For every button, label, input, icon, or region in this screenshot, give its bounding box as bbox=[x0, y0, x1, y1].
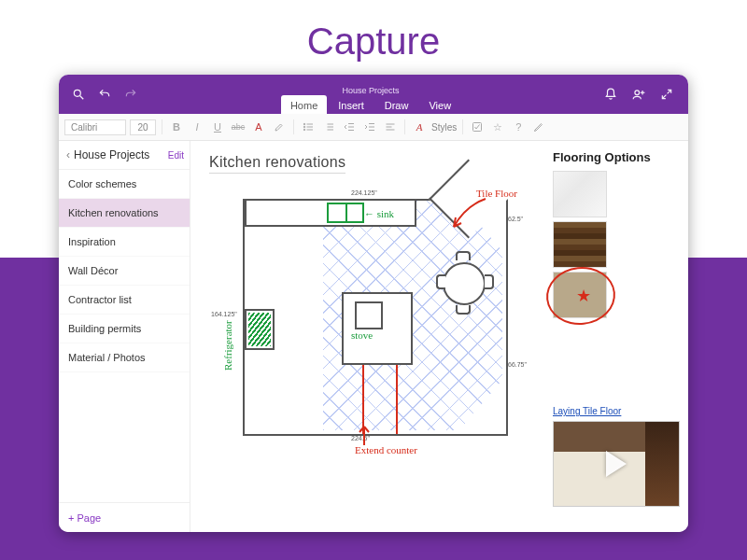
swatch-tan-tile[interactable]: ★ bbox=[553, 272, 607, 318]
align-button[interactable] bbox=[382, 119, 399, 135]
play-icon bbox=[606, 451, 627, 477]
outdent-button[interactable] bbox=[341, 119, 358, 135]
dim-right-upper: 62.5" bbox=[508, 216, 523, 222]
kitchen-island bbox=[342, 292, 413, 365]
undo-icon[interactable] bbox=[94, 84, 115, 105]
swatch-dark-wood[interactable] bbox=[553, 221, 607, 268]
annotation-sink: ← sink bbox=[364, 208, 394, 219]
flooring-heading: Flooring Options bbox=[553, 150, 665, 165]
share-icon[interactable] bbox=[628, 84, 649, 105]
note-canvas[interactable]: Kitchen renovations 224.125" bbox=[190, 141, 688, 532]
swatch-light-marble[interactable] bbox=[553, 171, 607, 217]
sidebar-item-building-permits[interactable]: Building permits bbox=[59, 315, 190, 343]
sidebar-item-color-schemes[interactable]: Color schemes bbox=[59, 170, 190, 199]
dim-left: 164.125" bbox=[211, 311, 237, 317]
sidebar-item-material-photos[interactable]: Material / Photos bbox=[59, 343, 190, 372]
star-mark-icon: ★ bbox=[576, 286, 591, 306]
back-button[interactable]: ‹ bbox=[63, 148, 74, 161]
bell-icon[interactable] bbox=[600, 84, 621, 105]
sink-outline bbox=[327, 203, 364, 223]
svg-line-6 bbox=[668, 90, 671, 93]
styles-a-button[interactable]: A bbox=[411, 119, 428, 135]
tab-draw[interactable]: Draw bbox=[375, 95, 418, 114]
svg-point-2 bbox=[635, 91, 640, 95]
svg-line-5 bbox=[662, 95, 666, 99]
refrigerator-outline bbox=[245, 309, 275, 350]
link-laying-tile-floor[interactable]: Laying Tile Floor bbox=[553, 406, 621, 416]
chair bbox=[456, 305, 471, 315]
numbering-button[interactable] bbox=[320, 119, 337, 135]
annotation-stove: stove bbox=[351, 329, 373, 341]
tab-view[interactable]: View bbox=[419, 95, 460, 114]
titlebar: House Projects Home Insert Draw View bbox=[59, 75, 688, 114]
dim-right-lower: 66.75" bbox=[508, 361, 527, 368]
italic-button[interactable]: I bbox=[189, 119, 205, 135]
annotation-refrigerator: Refrigerator bbox=[222, 320, 233, 371]
help-button[interactable]: ? bbox=[510, 119, 527, 135]
indent-button[interactable] bbox=[361, 119, 378, 135]
redo-icon[interactable] bbox=[120, 84, 141, 105]
underline-button[interactable]: U bbox=[209, 119, 226, 135]
highlight-button[interactable] bbox=[271, 119, 288, 135]
bold-button[interactable]: B bbox=[168, 119, 185, 135]
hero-title: Capture bbox=[0, 0, 747, 74]
flooring-panel: Flooring Options ★ bbox=[553, 150, 665, 322]
strike-button[interactable]: abc bbox=[230, 119, 247, 135]
sidebar-item-contractor-list[interactable]: Contractor list bbox=[59, 286, 190, 315]
todo-button[interactable] bbox=[469, 119, 486, 135]
tab-insert[interactable]: Insert bbox=[329, 95, 374, 114]
edit-button[interactable]: Edit bbox=[168, 150, 184, 161]
app-window: House Projects Home Insert Draw View Cal… bbox=[59, 75, 688, 532]
expand-icon[interactable] bbox=[656, 84, 677, 105]
svg-point-11 bbox=[303, 129, 305, 131]
font-name-select[interactable]: Calibri bbox=[64, 119, 126, 135]
notebook-title: House Projects bbox=[74, 148, 168, 161]
ribbon: Calibri 20 B I U abc A A Styles ☆ ? bbox=[59, 114, 688, 141]
font-size-select[interactable]: 20 bbox=[130, 119, 156, 135]
chair bbox=[436, 274, 445, 289]
annotation-tile-floor: Tile Floor bbox=[476, 188, 517, 199]
styles-label[interactable]: Styles bbox=[431, 122, 457, 133]
chair bbox=[456, 251, 471, 260]
svg-point-7 bbox=[303, 123, 305, 125]
bullets-button[interactable] bbox=[300, 119, 317, 135]
svg-point-9 bbox=[303, 126, 305, 128]
dining-table bbox=[443, 262, 486, 305]
page-title[interactable]: Kitchen renovations bbox=[209, 154, 345, 174]
dim-top: 224.125" bbox=[351, 189, 377, 196]
sidebar-item-wall-decor[interactable]: Wall Décor bbox=[59, 257, 190, 286]
tag-button[interactable]: ☆ bbox=[489, 119, 506, 135]
tab-strip: Home Insert Draw View bbox=[281, 95, 460, 114]
page-sidebar: ‹ House Projects Edit Color schemes Kitc… bbox=[59, 141, 190, 532]
counter-extension-line bbox=[396, 365, 398, 434]
annotation-extend-counter: Extend counter bbox=[355, 445, 417, 455]
document-title: House Projects bbox=[342, 83, 399, 95]
add-page-button[interactable]: + Page bbox=[59, 502, 190, 532]
sidebar-item-kitchen-renovations[interactable]: Kitchen renovations bbox=[59, 199, 190, 228]
video-thumbnail[interactable] bbox=[553, 421, 680, 507]
search-icon[interactable] bbox=[68, 84, 89, 105]
svg-point-0 bbox=[74, 90, 80, 96]
tab-home[interactable]: Home bbox=[281, 95, 327, 114]
counter-extension-line bbox=[362, 365, 364, 434]
font-color-button[interactable]: A bbox=[250, 119, 267, 135]
svg-line-1 bbox=[80, 96, 84, 100]
chair bbox=[485, 274, 494, 289]
ink-button[interactable] bbox=[530, 119, 547, 135]
sidebar-item-inspiration[interactable]: Inspiration bbox=[59, 228, 190, 257]
